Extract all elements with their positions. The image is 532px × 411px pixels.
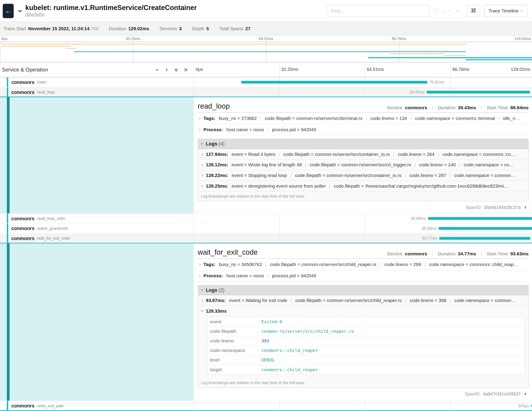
top-bar-actions: › › × ⌘ Trace Timeline › [327, 5, 527, 17]
span-bar[interactable] [427, 91, 530, 93]
timeline-collapser [155, 67, 188, 72]
logs-header[interactable]: ›Logs (4) [198, 139, 528, 149]
span-bar[interactable] [439, 227, 532, 230]
key-value: code.filepath = conmon-rs/server/src/ter… [265, 116, 362, 121]
log-field-row: targetconmonrs::child_reaper [208, 365, 525, 374]
span-bar-cell[interactable]: 70.91ms [194, 78, 532, 87]
minimap-tick: 96.76ms [392, 37, 406, 41]
service-name: conmonrs [11, 235, 34, 241]
separator: | [279, 152, 280, 157]
chevron-right-icon: › [201, 173, 203, 178]
double-chevron-down-icon[interactable] [174, 67, 179, 72]
service-operation-label: Service & Operation [2, 67, 48, 73]
timeline-ticks: 0µs 32.25ms 64.51ms 96.76ms 129.02ms [194, 62, 532, 77]
span-row-write_exit_path[interactable]: conmonrs write_exit_path 303µs [0, 401, 532, 411]
span-row-read_loop[interactable]: conmonrs read_loop 39.43ms [0, 87, 532, 97]
key-value: code.filepath = conmon-rs/server/src/con… [295, 173, 401, 178]
key-value: code.filepath = conmon-rs/server/src/con… [284, 152, 390, 157]
span-duration-label: 39.43ms [409, 90, 425, 94]
chevron-right-icon: › [201, 162, 203, 167]
separator: | [329, 184, 330, 189]
span-bar[interactable] [439, 237, 531, 239]
log-entry[interactable]: ›128.25ms:event = deregistering event so… [198, 181, 528, 191]
prev-result-icon[interactable]: › [441, 10, 446, 12]
clear-find-icon[interactable]: × [456, 8, 459, 13]
span-id-row: SpanID: 4a947cfd1ce59537 [198, 388, 528, 397]
chevron-right-icon: › [199, 127, 201, 132]
summary-services: Services3 [159, 26, 182, 31]
span-row-listen[interactable]: conmonrs listen 70.91ms [0, 78, 532, 88]
trace-view-dropdown[interactable]: Trace Timeline › [484, 5, 527, 17]
span-bar-cell[interactable]: 34.77ms [194, 234, 532, 243]
service-name: conmonrs [11, 79, 34, 85]
key-value: busy_ns = 273882 [219, 116, 257, 121]
log-entry[interactable]: ›127.94ms:event = Read 4 bytes|code.file… [198, 149, 528, 160]
key-value: code.lineno = 287 [409, 173, 446, 178]
span-bar[interactable] [531, 404, 532, 407]
service-name: conmonrs [11, 89, 34, 95]
key-value: event = deregistering event source from … [232, 184, 326, 189]
match-toggle-icon[interactable] [434, 9, 438, 13]
span-bar-cell[interactable]: 35.58ms [194, 224, 532, 233]
minimap-span [74, 51, 466, 52]
command-icon: ⌘ [471, 8, 476, 14]
chevron-down-icon[interactable] [155, 67, 160, 72]
minimap-span [1, 46, 70, 47]
span-meta: Service: conmonrs | Duration: 39.43ms | … [387, 105, 529, 110]
timeline-tick: 96.76ms [450, 67, 469, 72]
span-row-read_loop_stdin[interactable]: conmonrs read_loop_stdin 39.69ms [0, 214, 532, 224]
process-row[interactable]: ›Process:host.name = nixos|process.pid =… [198, 270, 528, 282]
separator: | [267, 273, 268, 278]
timeline-tick: 32.25ms [279, 67, 298, 72]
detail-left-gutter [0, 243, 194, 401]
span-bar[interactable] [241, 81, 427, 83]
span-bar-cell[interactable]: 39.69ms [194, 214, 532, 223]
key-value-list: host.name = nixos|process.pid = 942045 [226, 273, 316, 278]
process-row[interactable]: ›Process:host.name = nixos|process.pid =… [198, 124, 528, 135]
log-entry[interactable]: ›93.87ms:event = Waiting for exit code|c… [198, 295, 528, 306]
span-row-wait_for_exit_code[interactable]: conmonrs wait_for_exit_code 34.77ms [0, 234, 532, 244]
key-value: code.lineno = 134 [370, 116, 407, 121]
key-value: code.lineno = 299 [384, 262, 421, 267]
chevron-right-icon[interactable] [164, 67, 169, 72]
back-button[interactable]: ← [3, 4, 14, 18]
double-chevron-right-icon[interactable] [183, 67, 188, 72]
key-value: code.filepath = conmon-rs/server/src/chi… [295, 298, 402, 303]
minimap-canvas[interactable] [0, 42, 532, 62]
key-value: code.filepath = conmon-rs/server/src/chi… [270, 262, 377, 267]
link-icon[interactable] [523, 205, 528, 210]
key-value-list: host.name = nixos|process.pid = 942045 [226, 127, 316, 132]
separator: | [405, 298, 406, 303]
span-bar-cell[interactable]: 303µs [194, 401, 532, 410]
span-id-row: SpanID: 5faf48165428c37a [198, 201, 528, 210]
tags-row[interactable]: ›Tags:busy_ns = 273882|code.filepath = c… [198, 113, 528, 124]
span-detail-panel: wait_for_exit_code Service: conmonrs | D… [198, 248, 528, 397]
logs-header[interactable]: ›Logs (2) [198, 285, 528, 295]
timeline-tick: 64.51ms [365, 67, 384, 72]
separator: | [291, 298, 292, 303]
minimap-span [1, 44, 467, 44]
keyboard-shortcuts-button[interactable]: ⌘ [467, 5, 480, 17]
find-input[interactable] [327, 5, 429, 17]
log-entry[interactable]: ›128.22ms:event = Stopping read loop|cod… [198, 170, 528, 181]
span-row-watch_grandchild[interactable]: conmonrs watch_grandchild 35.58ms [0, 224, 532, 234]
span-bar[interactable] [428, 217, 532, 220]
link-icon[interactable] [523, 391, 528, 397]
service-color-bar [7, 401, 8, 410]
key-value: busy_ns = 34506763 [219, 262, 262, 267]
logs-section: ›Logs (4) ›127.94ms:event = Read 4 bytes… [198, 139, 528, 201]
log-entry[interactable]: ›128.12ms:event = Wrote log line of leng… [198, 160, 528, 170]
tags-row[interactable]: ›Tags:busy_ns = 34506763|code.filepath =… [198, 259, 528, 270]
minimap-span [444, 55, 466, 56]
collapse-trace-header-icon[interactable]: › [16, 9, 25, 12]
next-result-icon[interactable]: › [447, 10, 453, 12]
span-bar-cell[interactable]: 39.43ms [194, 87, 532, 97]
log-field-row: eventExited 0 [208, 317, 525, 327]
log-entry-expanded[interactable]: ›128.33ms [198, 306, 528, 316]
separator: | [459, 162, 460, 167]
key-value-list: event = Waiting for exit code|code.filep… [229, 298, 516, 303]
minimap-span [368, 57, 532, 59]
key-value: code.lineno = 140 [419, 162, 456, 167]
chevron-right-icon: › [199, 116, 201, 121]
key-value-list: busy_ns = 273882|code.filepath = conmon-… [219, 116, 520, 121]
